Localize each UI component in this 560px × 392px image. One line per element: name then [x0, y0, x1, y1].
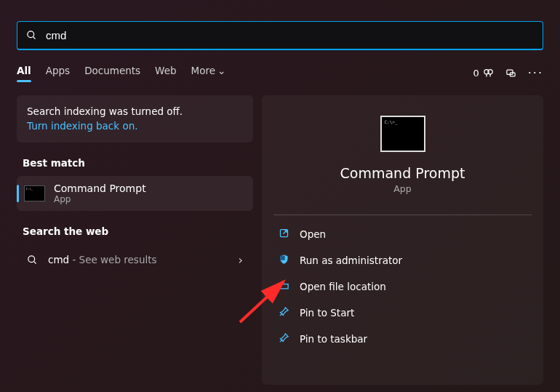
- search-box[interactable]: [17, 21, 543, 50]
- chat-icon[interactable]: [505, 68, 516, 79]
- rewards-button[interactable]: 0: [473, 68, 493, 79]
- svg-line-1: [33, 36, 35, 39]
- result-type: App: [54, 194, 146, 204]
- result-name: Command Prompt: [54, 183, 146, 194]
- tab-web[interactable]: Web: [155, 65, 176, 81]
- detail-subtitle: App: [393, 183, 411, 194]
- action-open[interactable]: Open: [276, 223, 529, 246]
- action-run-as-admin[interactable]: Run as administrator: [276, 249, 529, 272]
- detail-title: Command Prompt: [340, 165, 465, 181]
- search-input[interactable]: [46, 29, 534, 41]
- more-options-icon[interactable]: ···: [528, 66, 543, 80]
- best-match-result[interactable]: Command Prompt App: [17, 176, 253, 211]
- search-icon: [27, 255, 38, 265]
- filter-tabs: All Apps Documents Web More⌄: [17, 65, 225, 81]
- action-pin-to-start[interactable]: Pin to Start: [276, 301, 529, 324]
- tab-all[interactable]: All: [17, 65, 31, 81]
- tab-apps[interactable]: Apps: [46, 65, 70, 81]
- indexing-turn-on-link[interactable]: Turn indexing back on.: [27, 119, 243, 133]
- indexing-status-text: Search indexing was turned off.: [27, 104, 243, 119]
- action-list: Open Run as administrator Open file loca…: [276, 223, 529, 351]
- results-pane: Search indexing was turned off. Turn ind…: [17, 95, 253, 385]
- pin-icon: [278, 332, 289, 345]
- indexing-notice: Search indexing was turned off. Turn ind…: [17, 95, 253, 143]
- web-search-result[interactable]: cmd - See web results ›: [17, 244, 253, 276]
- divider: [273, 215, 532, 215]
- tab-more[interactable]: More⌄: [191, 65, 226, 81]
- toolbar-right: 0 ···: [473, 66, 543, 80]
- svg-point-0: [28, 31, 34, 38]
- tab-documents[interactable]: Documents: [84, 65, 140, 81]
- best-match-heading: Best match: [23, 157, 250, 169]
- open-icon: [278, 228, 289, 241]
- svg-rect-9: [280, 256, 284, 260]
- shield-icon: [278, 254, 289, 267]
- web-suffix: - See web results: [69, 254, 156, 265]
- command-prompt-icon: [24, 185, 45, 201]
- detail-pane: Command Prompt App Open Run as administr…: [262, 95, 543, 385]
- pin-icon: [278, 306, 289, 319]
- svg-line-7: [33, 261, 36, 263]
- action-pin-to-taskbar[interactable]: Pin to taskbar: [276, 327, 529, 351]
- web-query: cmd: [48, 254, 69, 265]
- command-prompt-icon: [380, 116, 425, 152]
- medal-icon: [483, 68, 494, 79]
- chevron-down-icon: ⌄: [217, 65, 225, 76]
- search-web-heading: Search the web: [23, 225, 250, 237]
- tabs-row: All Apps Documents Web More⌄ 0 ···: [17, 65, 543, 81]
- folder-icon: [278, 280, 289, 293]
- svg-point-6: [28, 255, 35, 262]
- search-icon: [26, 30, 37, 41]
- action-open-file-location[interactable]: Open file location: [276, 275, 529, 298]
- chevron-right-icon: ›: [239, 253, 243, 267]
